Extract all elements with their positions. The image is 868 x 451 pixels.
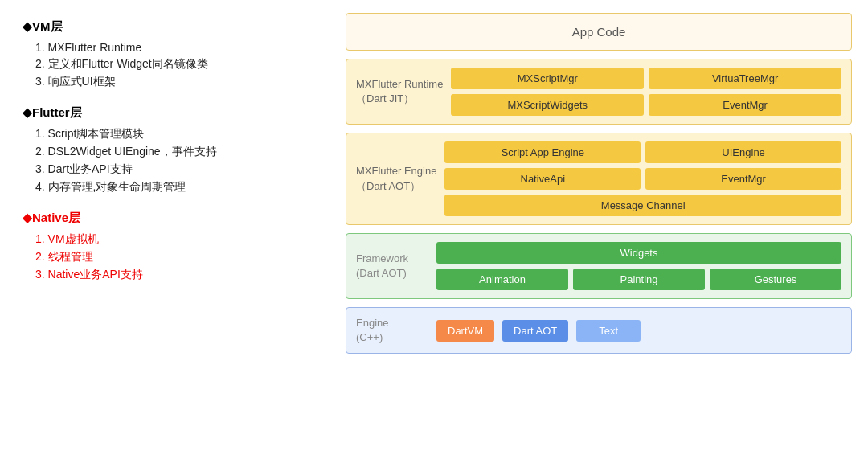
dart-aot-box: Dart AOT xyxy=(502,320,568,342)
painting-box: Painting xyxy=(573,269,705,290)
widgets-box: Widgets xyxy=(436,242,841,264)
engine-inner: Script App Engine UIEngine NativeApi Eve… xyxy=(444,141,841,216)
right-panel: App Code MXFlutter Runtime（Dart JIT） MXS… xyxy=(338,0,868,451)
list-item: 内存管理,对象生命周期管理 xyxy=(35,180,315,195)
eventmgr-runtime-box: EventMgr xyxy=(649,94,841,116)
app-code-label: App Code xyxy=(572,25,626,39)
native-list-item: 线程管理 xyxy=(35,250,315,264)
vm-section-title: ◆VM层 xyxy=(23,19,315,35)
cpp-row: DartVM Dart AOT Text xyxy=(436,320,841,342)
message-channel-box: Message Channel xyxy=(444,195,841,216)
mxscriptwidgets-box: MXScriptWidgets xyxy=(451,94,644,116)
runtime-block: MXFlutter Runtime（Dart JIT） MXScriptMgr … xyxy=(346,59,852,125)
nativeapi-box: NativeApi xyxy=(444,168,641,190)
text-box: Text xyxy=(576,320,641,342)
list-item: Dart业务API支持 xyxy=(35,162,315,177)
animation-box: Animation xyxy=(436,269,568,290)
cpp-label: Engine(C++) xyxy=(356,316,428,345)
framework-label: Framework(Dart AOT) xyxy=(356,252,428,281)
left-panel: ◆VM层 MXFlutter Runtime 定义和Flutter Widget… xyxy=(0,0,338,451)
vm-list: MXFlutter Runtime 定义和Flutter Widget同名镜像类… xyxy=(23,41,315,89)
engine-row-1: Script App Engine UIEngine xyxy=(444,141,841,163)
flutter-list: Script脚本管理模块 DSL2Widget UIEngine，事件支持 Da… xyxy=(23,127,315,195)
uiengine-box: UIEngine xyxy=(645,141,841,163)
list-item: 响应式UI框架 xyxy=(35,75,315,89)
native-list-item: VM虚拟机 xyxy=(35,232,315,247)
engine-block: MXFlutter Engine（Dart AOT） Script App En… xyxy=(346,133,852,225)
engine-row-2: NativeApi EventMgr xyxy=(444,168,841,190)
script-app-engine-box: Script App Engine xyxy=(444,141,641,163)
app-code-block: App Code xyxy=(346,13,852,51)
engine-label: MXFlutter Engine（Dart AOT） xyxy=(356,164,436,193)
framework-row: Animation Painting Gestures xyxy=(436,269,841,290)
eventmgr-engine-box: EventMgr xyxy=(645,168,841,190)
framework-block: Framework(Dart AOT) Widgets Animation Pa… xyxy=(346,233,852,299)
list-item: 定义和Flutter Widget同名镜像类 xyxy=(35,57,315,72)
mxscriptmgr-box: MXScriptMgr xyxy=(451,68,644,89)
native-section-title: ◆Native层 xyxy=(23,211,315,226)
native-list-item: Native业务API支持 xyxy=(35,268,315,282)
runtime-label: MXFlutter Runtime（Dart JIT） xyxy=(356,77,443,106)
list-item: Script脚本管理模块 xyxy=(35,127,315,141)
cpp-block: Engine(C++) DartVM Dart AOT Text xyxy=(346,307,852,354)
list-item: MXFlutter Runtime xyxy=(35,41,315,54)
list-item: DSL2Widget UIEngine，事件支持 xyxy=(35,145,315,159)
native-list: VM虚拟机 线程管理 Native业务API支持 xyxy=(23,232,315,282)
framework-inner: Widgets Animation Painting Gestures xyxy=(436,242,841,290)
virtuatreemgr-box: VirtuaTreeMgr xyxy=(649,68,841,89)
dartvm-box: DartVM xyxy=(436,320,494,342)
gestures-box: Gestures xyxy=(710,269,841,290)
flutter-section-title: ◆Flutter层 xyxy=(23,105,315,121)
runtime-grid: MXScriptMgr VirtuaTreeMgr MXScriptWidget… xyxy=(451,68,841,116)
